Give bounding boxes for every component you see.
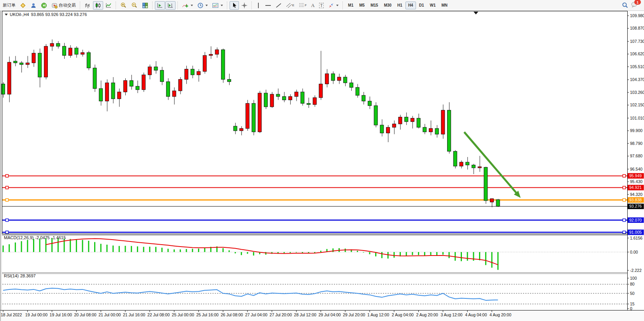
trendline-button[interactable] <box>274 1 284 10</box>
macd-axis-label: 1.6156 <box>630 236 642 240</box>
macd-indicator-label: MACD(12,26,9) -2.0475 -1.4615 <box>4 235 66 240</box>
macd-axis-label: 0.00 <box>630 250 638 254</box>
price-tick-label: 105.510 <box>630 64 644 69</box>
text-label-button[interactable]: T <box>317 1 326 10</box>
macd-histogram-bar <box>290 252 291 253</box>
dropdown-caret-icon <box>221 5 223 6</box>
timeframe-m30-button[interactable]: M30 <box>381 2 394 9</box>
macd-histogram-bar <box>247 252 248 254</box>
line-handle[interactable] <box>6 175 9 177</box>
chat-button[interactable]: 1 <box>631 1 638 9</box>
collapse-arrow-icon[interactable] <box>5 14 8 16</box>
candle-body <box>233 126 237 131</box>
data-window-button[interactable] <box>28 1 39 10</box>
macd-histogram-bar <box>155 247 156 252</box>
line-handle[interactable] <box>6 186 9 189</box>
templates-button[interactable] <box>210 1 225 10</box>
zoom-out-button[interactable] <box>129 1 140 10</box>
notification-badge[interactable]: 1 <box>634 0 641 5</box>
zoom-in-button[interactable] <box>118 1 129 10</box>
candle-body <box>81 53 84 54</box>
timeframe-w1-button[interactable]: W1 <box>427 2 438 9</box>
line-handle[interactable] <box>623 175 626 177</box>
fibonacci-button[interactable]: F <box>297 1 309 10</box>
macd-histogram-bar <box>491 252 493 268</box>
line-handle[interactable] <box>6 219 9 222</box>
timeframe-h4-button[interactable]: H4 <box>405 2 416 9</box>
plot-background <box>2 11 627 310</box>
zoom-out-icon <box>131 2 138 9</box>
rsi-axis-label: 80 <box>630 282 635 286</box>
line-handle[interactable] <box>623 199 626 201</box>
macd-histogram-bar <box>45 238 46 252</box>
dropdown-caret-icon <box>205 5 208 6</box>
time-tick-label: 27 Jul 20:00 <box>270 312 292 317</box>
search-button[interactable] <box>620 1 630 10</box>
chart-shift-button[interactable] <box>165 1 175 10</box>
line-handle[interactable] <box>623 231 626 234</box>
arrows-button[interactable] <box>326 1 340 10</box>
crosshair-button[interactable] <box>239 1 249 10</box>
time-tick-label: 2 Aug 20:00 <box>416 312 438 317</box>
candle-body <box>276 94 280 97</box>
candle-body <box>221 50 225 79</box>
candle-body <box>93 68 97 89</box>
navigator-button[interactable] <box>39 1 49 10</box>
macd-histogram-bar <box>70 239 71 252</box>
macd-histogram-bar <box>388 252 389 259</box>
timeframe-d1-button[interactable]: D1 <box>416 2 427 9</box>
new-order-button[interactable]: 新订单 <box>1 1 18 10</box>
line-handle[interactable] <box>6 231 9 234</box>
new-order-label: 新订单 <box>3 2 16 8</box>
tile-windows-button[interactable] <box>140 1 150 10</box>
timeframe-mn-button[interactable]: MN <box>439 2 450 9</box>
timeframe-m5-button[interactable]: M5 <box>356 2 367 9</box>
candle-body <box>392 124 396 127</box>
candle-body <box>472 165 475 168</box>
price-tick-label: 95.430 <box>630 179 642 184</box>
timeframe-h1-button[interactable]: H1 <box>395 2 405 9</box>
macd-histogram-bar <box>412 252 413 255</box>
macd-signal-value: -1.4615 <box>51 235 66 240</box>
vertical-line-button[interactable] <box>254 1 263 10</box>
market-watch-button[interactable] <box>18 1 28 10</box>
candlestick-chart-button[interactable] <box>93 1 103 10</box>
candle-body <box>423 127 426 132</box>
line-chart-button[interactable] <box>104 1 114 10</box>
time-tick-label: 29 Jul 20:00 <box>343 312 365 317</box>
candle-body <box>325 74 329 84</box>
dropdown-caret-icon <box>336 5 339 6</box>
indicators-button[interactable] <box>180 1 195 10</box>
bar-chart-button[interactable] <box>82 1 93 10</box>
channel-icon <box>286 2 292 9</box>
auto-trading-button[interactable]: 自动交易 <box>49 1 78 10</box>
price-tick-label: 96.540 <box>630 167 642 171</box>
candle-body <box>166 82 170 97</box>
timeframe-m15-button[interactable]: M15 <box>368 2 381 9</box>
candle-body <box>288 97 292 100</box>
auto-scroll-button[interactable] <box>155 1 165 10</box>
candle-body <box>2 84 5 94</box>
timeframe-m1-button[interactable]: M1 <box>345 2 356 9</box>
horizontal-line-button[interactable] <box>263 1 273 10</box>
periods-button[interactable] <box>195 1 210 10</box>
line-handle[interactable] <box>623 186 626 189</box>
tile-windows-icon <box>142 2 148 9</box>
cursor-button[interactable] <box>230 1 239 10</box>
auto-trading-label: 自动交易 <box>59 2 76 8</box>
candle-body <box>179 79 182 91</box>
time-tick-label: 18 Jul 2022 <box>1 312 22 317</box>
candle-body <box>319 84 323 98</box>
candle-body <box>118 92 121 99</box>
line-handle[interactable] <box>623 219 626 222</box>
candle-body <box>160 70 164 81</box>
macd-histogram-bar <box>467 252 468 261</box>
macd-histogram-bar <box>357 251 358 252</box>
text-button[interactable]: A <box>309 1 316 10</box>
line-handle[interactable] <box>6 199 9 201</box>
macd-histogram-bar <box>345 249 346 252</box>
equidistant-channel-button[interactable]: E <box>284 1 296 10</box>
candle-body <box>429 129 433 132</box>
candle-body <box>362 95 365 101</box>
macd-histogram-bar <box>119 246 120 252</box>
